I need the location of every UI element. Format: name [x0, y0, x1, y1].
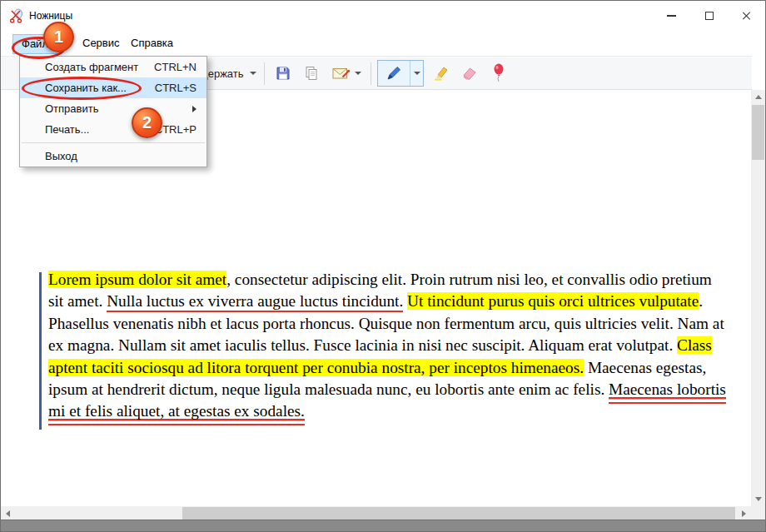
snip-text-hl-segment: Lorem ipsum dolor sit amet: [48, 271, 226, 288]
copy-button[interactable]: [299, 61, 324, 86]
snip-text: Lorem ipsum dolor sit amet, consectetur …: [48, 269, 726, 423]
toolbar-separator: [264, 62, 265, 85]
menu-item-shortcut: CTRL+N: [154, 57, 196, 77]
scroll-right-button[interactable]: [737, 506, 751, 520]
window-title: Ножницы: [29, 10, 72, 22]
maximize-icon: [705, 12, 714, 20]
menu-service[interactable]: Сервис: [74, 34, 128, 54]
save-button[interactable]: [271, 61, 296, 86]
snip-text-ul-segment: Nulla luctus ex viverra augue luctus tin…: [107, 292, 403, 312]
copy-icon: [303, 65, 320, 82]
window-controls: [653, 1, 765, 31]
chevron-down-icon: [414, 72, 420, 75]
scrollbar-corner: [751, 506, 765, 520]
arrow-right-icon: [742, 510, 746, 517]
maximize-button[interactable]: [690, 1, 728, 31]
titlebar: Ножницы: [1, 1, 765, 31]
pen-dropdown[interactable]: [410, 61, 423, 86]
horizontal-scroll-thumb[interactable]: [182, 507, 735, 520]
scroll-down-button[interactable]: [751, 492, 765, 506]
menu-item-new-snip[interactable]: Создать фрагмент CTRL+N: [20, 57, 206, 77]
scissors-app-icon: [9, 8, 24, 23]
menubar: Файл Сервис Справка: [1, 31, 765, 56]
captured-margin-line: [39, 272, 42, 430]
chevron-down-icon: [250, 72, 256, 75]
menu-item-label: Отправить: [45, 98, 98, 119]
menu-item-label: Печать...: [45, 119, 89, 140]
menu-item-shortcut: CTRL+S: [155, 77, 196, 98]
balloon-icon: [491, 63, 506, 83]
snipping-tool-window: Ножницы Файл Сервис Справка Задержать: [0, 0, 766, 532]
annotation-step-badge-2: 2: [132, 107, 162, 138]
arrow-up-icon: [755, 95, 762, 99]
menu-item-print[interactable]: Печать... CTRL+P: [20, 119, 206, 140]
toolbar-separator: [371, 62, 371, 85]
window-bottom-frame: [1, 520, 765, 531]
eraser-icon: [461, 65, 478, 82]
menu-item-send[interactable]: Отправить: [20, 98, 206, 119]
send-snip-button[interactable]: [327, 61, 366, 86]
envelope-icon: [332, 66, 351, 81]
edit-with-paint3d-button[interactable]: [486, 61, 511, 86]
arrow-down-icon: [755, 497, 762, 501]
chevron-down-icon: [355, 72, 361, 75]
vertical-scroll-thumb[interactable]: [752, 105, 764, 160]
minimize-icon: [667, 15, 676, 16]
submenu-arrow-icon: [192, 106, 196, 112]
pen-icon: [378, 61, 410, 86]
menu-item-label: Выход: [45, 146, 77, 167]
highlighter-icon: [433, 65, 450, 82]
close-icon: [742, 11, 752, 21]
scroll-up-button[interactable]: [751, 90, 765, 104]
snip-text-hl-segment: Ut tincidunt purus quis orci ultrices vu…: [407, 292, 699, 310]
minimize-button[interactable]: [653, 1, 690, 31]
menu-item-label: Создать фрагмент: [45, 57, 138, 77]
eraser-button[interactable]: [457, 61, 482, 86]
file-menu-dropdown: Создать фрагмент CTRL+N Сохранить как...…: [19, 56, 207, 167]
floppy-icon: [275, 65, 291, 82]
annotation-circle-save-as: [22, 77, 142, 100]
highlighter-button[interactable]: [429, 61, 454, 86]
scroll-left-button[interactable]: [1, 506, 15, 520]
vertical-scrollbar[interactable]: [751, 90, 765, 506]
annotation-step-badge-1: 1: [43, 22, 74, 52]
close-button[interactable]: [728, 1, 765, 31]
horizontal-scrollbar[interactable]: [1, 506, 751, 520]
menu-help[interactable]: Справка: [122, 34, 182, 54]
menu-separator: [22, 142, 205, 143]
pen-button[interactable]: [377, 60, 424, 87]
menu-item-exit[interactable]: Выход: [20, 146, 206, 167]
arrow-left-icon: [6, 510, 10, 517]
